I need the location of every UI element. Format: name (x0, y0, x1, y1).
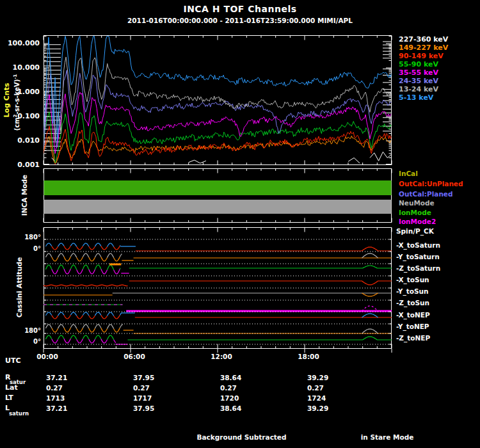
table-lat-col0: 0.27 (46, 384, 84, 392)
utc-axis-label: UTC (5, 356, 21, 365)
flux-legend-item-0: 227-360 keV (399, 35, 448, 44)
mode-legend-item-4: IonMode (399, 209, 431, 216)
units-supm1: -1 (13, 74, 18, 79)
mode-legend-item-3: NeuMode (399, 199, 435, 207)
table-lat-col2: 0.27 (220, 384, 259, 392)
attitude-row-label-spin: Spin/P_CK (396, 227, 434, 235)
flux-legend-item-6: 13-24 keV (399, 85, 448, 93)
plot-page: INCA H TOF Channels 2011-016T00:00:00.00… (0, 0, 480, 448)
attitude-panel-label: Cassini Attitude (15, 242, 23, 333)
utc-tick-0000: 00:00 (31, 353, 63, 360)
flux-legend-item-7: 5-13 keV (399, 93, 448, 102)
table-l-col1: 37.95 (133, 404, 172, 412)
mode-legend-item-2: OutCal:Planed (399, 190, 453, 198)
attitude-row-label-ynep: -Y_toNEP (396, 323, 429, 330)
mode-legend-item-1: OutCal:UnPlaned (399, 180, 463, 188)
table-lt-col3: 1724 (307, 394, 346, 402)
table-r-col1: 37.95 (133, 374, 172, 381)
attitude-angle-180-top: 180° (22, 234, 41, 241)
flux-legend-item-1: 149-227 keV (399, 44, 448, 52)
flux-legend-item-3: 55-90 keV (399, 60, 448, 68)
mode-legend-item-5: IonMode2 (399, 218, 436, 225)
attitude-row-label-xsun: -X_toSun (396, 276, 429, 284)
attitude-row-label-zsun: -Z_toSun (396, 299, 429, 307)
flux-legend-item-4: 35-55 keV (399, 68, 448, 77)
attitude-angle-0-top: 0° (22, 245, 41, 252)
footer-stare-mode: in Stare Mode (352, 433, 422, 441)
attitude-row-label-znep: -Z_toNEP (396, 334, 430, 342)
flux-legend: 227-360 keV 149-227 keV 90-149 keV 55-90… (399, 35, 448, 102)
footer-background-subtracted: Background Subtracted (179, 433, 304, 441)
flux-ylabel: Log Cnts (3, 49, 11, 152)
table-lt-col2: 1720 (220, 394, 259, 402)
mode-panel-label: INCA Mode (20, 162, 28, 228)
units-mid: -sr-s-keV) (13, 79, 20, 115)
units-prefix: (cm (13, 117, 20, 131)
table-l-col3: 39.29 (307, 404, 346, 412)
table-lat-col1: 0.27 (133, 384, 172, 392)
units-sup2: 2 (13, 115, 18, 118)
utc-tick-0600: 06:00 (118, 353, 150, 360)
table-rowlabel-lat: Lat (5, 383, 18, 392)
mode-legend-item-0: InCal (399, 170, 418, 177)
attitude-row-label-ysun: -Y_toSun (396, 287, 428, 295)
table-rowlabel-lt: LT (5, 394, 13, 402)
attitude-angle-0-bot: 0° (22, 338, 41, 345)
table-l-col0: 37.21 (46, 404, 84, 412)
attitude-row-label-zsaturn: -Z_toSaturn (396, 264, 440, 272)
table-lat-col3: 0.27 (307, 384, 346, 392)
utc-tick-1200: 12:00 (205, 353, 237, 360)
table-lt-col0: 1713 (46, 394, 84, 402)
table-lt-col1: 1717 (133, 394, 172, 402)
flux-legend-item-5: 24-35 keV (399, 77, 448, 85)
attitude-row-label-ysaturn: -Y_toSaturn (396, 253, 440, 260)
table-rowlabel-l-sub: saturn (9, 410, 29, 417)
table-r-col3: 39.29 (307, 374, 346, 381)
attitude-row-label-xnep: -X_toNEP (396, 311, 430, 319)
table-r-col2: 38.64 (220, 374, 259, 381)
flux-ytick-100: 100.000 (1, 39, 40, 47)
utc-tick-1800: 18:00 (292, 353, 324, 360)
table-r-col0: 37.21 (46, 374, 84, 381)
flux-ylabel-units: (cm2-sr-s-keV)-1 (13, 48, 20, 157)
table-l-col2: 38.64 (220, 404, 259, 412)
attitude-row-label-xsaturn: -X_toSaturn (396, 241, 440, 249)
flux-legend-item-2: 90-149 keV (399, 52, 448, 60)
attitude-angle-180-bot: 180° (22, 327, 41, 334)
